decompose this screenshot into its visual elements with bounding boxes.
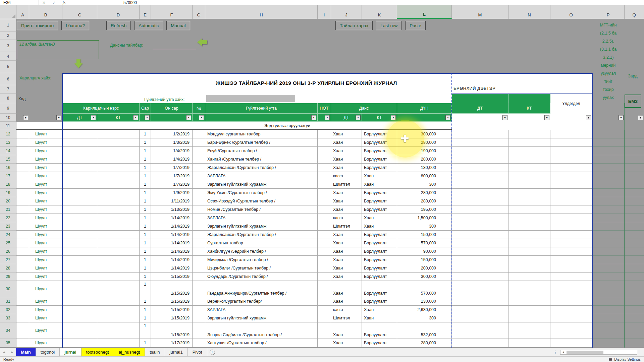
cell-ledger-dt[interactable] xyxy=(452,147,508,155)
cell-account-dt[interactable]: Хаан xyxy=(331,281,362,297)
cell-vat[interactable] xyxy=(318,281,331,297)
cell-Q[interactable] xyxy=(625,172,644,180)
cell-account-dt[interactable]: Хаан xyxy=(331,322,362,339)
cell-A[interactable] xyxy=(16,222,29,231)
tab-scroll-right-icon[interactable]: ► xyxy=(8,348,16,356)
cell-ledger-dt[interactable] xyxy=(452,339,508,347)
cell-A[interactable] xyxy=(16,164,29,172)
cell-ledger-dt[interactable] xyxy=(452,197,508,205)
cell-no[interactable] xyxy=(193,297,205,306)
cell-ledger-kt[interactable] xyxy=(508,273,550,281)
cell-account-kt[interactable]: Борлуулалт xyxy=(362,297,397,306)
row-header[interactable]: 1 xyxy=(0,19,16,32)
cell-P[interactable] xyxy=(592,164,625,172)
cell-month[interactable]: 1 xyxy=(140,130,151,138)
cell-balance[interactable] xyxy=(550,231,592,239)
cell-P[interactable] xyxy=(592,231,625,239)
sheet-tab-tootsoonegt[interactable]: tootsoonegt xyxy=(82,348,114,356)
cell-Q[interactable] xyxy=(625,155,644,164)
cell-amount[interactable]: 280,000 xyxy=(397,138,452,147)
cell-A[interactable] xyxy=(16,231,29,239)
cell-P[interactable] xyxy=(592,264,625,273)
cell-partner-kt[interactable] xyxy=(97,138,140,147)
cell-ledger-dt[interactable] xyxy=(452,314,508,322)
column-header-E[interactable]: E xyxy=(140,5,151,19)
cell-vat[interactable] xyxy=(318,314,331,322)
cell-amount[interactable]: 280,000 xyxy=(397,189,452,197)
cell-no[interactable] xyxy=(193,273,205,281)
filter-dropdown[interactable]: ▾ xyxy=(23,115,28,120)
cell-balance[interactable] xyxy=(550,314,592,322)
cell-P[interactable] xyxy=(592,205,625,214)
cell-balance[interactable] xyxy=(550,214,592,222)
cell-account-kt[interactable]: Борлуулалт xyxy=(362,339,397,347)
cell-vat[interactable] xyxy=(318,172,331,180)
cell-balance[interactable] xyxy=(550,155,592,164)
row-header[interactable]: 20 xyxy=(0,197,16,205)
column-header-P[interactable]: P xyxy=(592,5,625,19)
cell-partner-dt[interactable] xyxy=(62,339,97,347)
cell-balance[interactable] xyxy=(550,264,592,273)
cell-filter[interactable]: Шүүлт xyxy=(29,306,62,314)
cell-month[interactable]: 1 xyxy=(140,273,151,281)
cell-A[interactable] xyxy=(16,281,29,297)
sheet-tab-Pivot[interactable]: Pivot xyxy=(188,348,207,356)
cell-filter[interactable]: Шүүлт xyxy=(29,214,62,222)
cell-date[interactable]: 1/15/2019 xyxy=(151,314,193,322)
cell-partner-dt[interactable] xyxy=(62,180,97,189)
cell-amount[interactable]: 532,000 xyxy=(397,322,452,339)
cell-balance[interactable] xyxy=(550,172,592,180)
cell-date[interactable]: 1/4/2019 xyxy=(151,147,193,155)
cell-P[interactable] xyxy=(592,147,625,155)
cell-month[interactable]: 1 xyxy=(140,314,151,322)
cell-month[interactable]: 1 xyxy=(140,297,151,306)
cell-date[interactable]: 1/7/2019 xyxy=(151,172,193,180)
cell-no[interactable] xyxy=(193,322,205,339)
cell-partner-kt[interactable] xyxy=(97,281,140,297)
cell-region[interactable] xyxy=(592,85,625,94)
row-header[interactable]: 14 xyxy=(0,147,16,155)
cell-month[interactable]: 1 xyxy=(140,205,151,214)
cell-no[interactable] xyxy=(193,256,205,264)
cell-A[interactable] xyxy=(16,130,29,138)
cell-ledger-kt[interactable] xyxy=(508,155,550,164)
cell-partner-dt[interactable] xyxy=(62,189,97,197)
cell-date[interactable]: 1/14/2019 xyxy=(151,214,193,222)
cell-account-dt[interactable]: Хаан xyxy=(331,273,362,281)
name-box[interactable]: E36 xyxy=(0,0,39,5)
filter-dropdown[interactable]: ▾ xyxy=(586,115,591,120)
row-header[interactable]: 28 xyxy=(0,264,16,273)
cell-ledger-kt[interactable] xyxy=(508,130,550,138)
cell-filter[interactable]: Шүүлт xyxy=(29,205,62,214)
cell-month[interactable]: 1 xyxy=(140,247,151,256)
cell-date[interactable]: 1/15/2019 xyxy=(151,281,193,297)
cell-no[interactable] xyxy=(193,164,205,172)
cell-P[interactable] xyxy=(592,247,625,256)
cell-ledger-dt[interactable] xyxy=(452,189,508,197)
cell-no[interactable] xyxy=(193,222,205,231)
cell-account-dt[interactable]: Шимтгэл xyxy=(331,180,362,189)
cell-partner-dt[interactable] xyxy=(62,322,97,339)
cell-region[interactable] xyxy=(550,103,592,114)
cell-region[interactable] xyxy=(16,85,62,94)
cell-description[interactable]: Оюундарь /Сургалтын төлбөр / xyxy=(205,273,318,281)
filter-dropdown[interactable]: ▾ xyxy=(325,115,330,120)
cell-month[interactable]: 1 xyxy=(140,256,151,264)
cell-partner-dt[interactable] xyxy=(62,314,97,322)
row-header[interactable]: 10 xyxy=(0,114,16,122)
cell-account-dt[interactable]: Хаан xyxy=(331,147,362,155)
cell-A[interactable] xyxy=(16,172,29,180)
cell-account-kt[interactable]: Борлуулалт xyxy=(362,247,397,256)
cell-filter[interactable]: Шүүлт xyxy=(29,314,62,322)
cell-filter[interactable]: Шүүлт xyxy=(29,147,62,155)
cell-ledger-dt[interactable] xyxy=(452,264,508,273)
column-header-F[interactable]: F xyxy=(151,5,193,19)
cell-balance[interactable] xyxy=(550,147,592,155)
cell-account-dt[interactable]: Хаан xyxy=(331,231,362,239)
cell-vat[interactable] xyxy=(318,273,331,281)
cell-filter[interactable]: Шүүлт xyxy=(29,322,62,339)
cell-date[interactable]: 1/14/2019 xyxy=(151,239,193,247)
column-header-O[interactable]: O xyxy=(550,5,592,19)
row-header[interactable]: 15 xyxy=(0,155,16,164)
cell-filter[interactable]: Шүүлт xyxy=(29,281,62,297)
